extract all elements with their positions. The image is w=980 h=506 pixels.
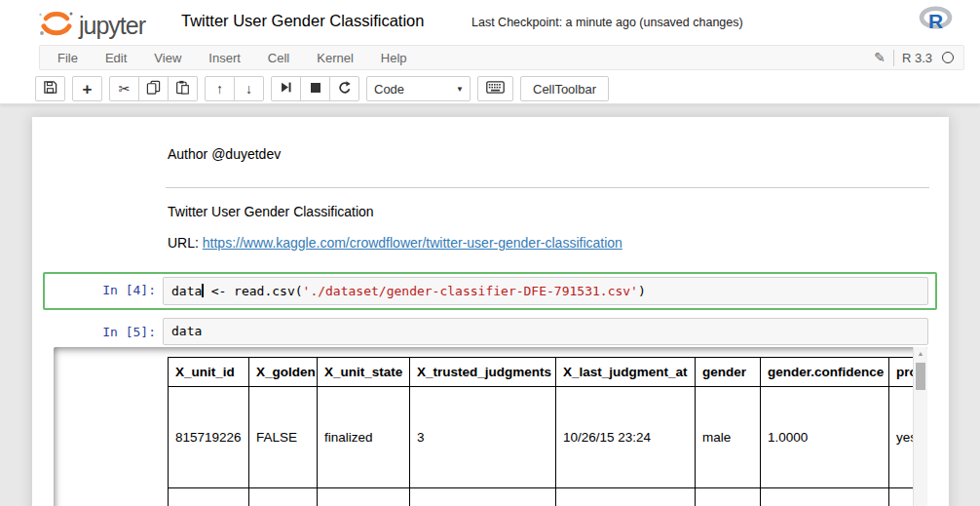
col-header: X_unit_id	[169, 358, 249, 387]
table-cell	[556, 488, 696, 506]
kernel-idle-indicator-icon	[942, 52, 954, 63]
step-forward-icon	[280, 81, 292, 97]
table-cell: 10/26/15 23:24	[556, 387, 696, 488]
menu-cell[interactable]: Cell	[258, 47, 299, 69]
stop-icon	[310, 82, 321, 97]
celltoolbar-button[interactable]: CellToolbar	[520, 76, 609, 101]
jupyter-logo-icon	[34, 6, 77, 45]
table-cell: 815719226	[169, 387, 249, 488]
edit-mode-pencil-icon: ✎	[874, 50, 886, 65]
notebook-title[interactable]: Twitter User Gender Classification	[181, 12, 424, 30]
table-cell	[169, 488, 249, 506]
toolbar: + ✂ ↑ ↓	[35, 76, 616, 101]
markdown-hr	[166, 187, 929, 188]
cell-type-value: Code	[374, 82, 404, 97]
interrupt-kernel-button[interactable]	[300, 76, 330, 101]
kernel-indicator-area: ✎ R 3.3	[874, 46, 958, 69]
menu-view[interactable]: View	[144, 47, 191, 69]
kernel-name: R 3.3	[902, 51, 932, 65]
markdown-url-cell[interactable]: URL: https://www.kaggle.com/crowdflower/…	[168, 235, 622, 251]
kaggle-link[interactable]: https://www.kaggle.com/crowdflower/twitt…	[203, 235, 622, 251]
checkpoint-status: Last Checkpoint: a minute ago (unsaved c…	[471, 16, 743, 29]
jupyter-logo-text: jupyter	[79, 12, 145, 40]
code-token-string: './dataset/gender-classifier-DFE-791531.…	[303, 284, 638, 298]
markdown-author-cell[interactable]: Author @duyetdev	[168, 146, 281, 162]
col-header: X_golden	[249, 358, 318, 387]
copy-icon	[146, 80, 161, 97]
scrollbar-thumb[interactable]	[916, 363, 925, 390]
code-token-mid: <- read.csv(	[204, 284, 303, 298]
table-cell	[761, 488, 889, 506]
table-cell	[410, 488, 556, 506]
table-cell: finalized	[318, 387, 410, 488]
insert-cell-below-button[interactable]: +	[72, 76, 102, 101]
code-input-5[interactable]: data	[163, 318, 928, 345]
menu-help[interactable]: Help	[371, 47, 417, 69]
plus-icon: +	[83, 81, 93, 97]
col-header: X_last_judgment_at	[556, 358, 696, 387]
cut-cells-button[interactable]: ✂	[109, 76, 139, 101]
move-cell-up-button[interactable]: ↑	[205, 76, 235, 101]
notebook-header: jupyter Twitter User Gender Classificati…	[0, 0, 980, 104]
save-icon	[43, 80, 57, 97]
command-palette-button[interactable]	[477, 76, 513, 101]
arrow-down-icon: ↓	[245, 82, 252, 96]
run-cell-button[interactable]	[271, 76, 301, 101]
table-cell: male	[696, 387, 761, 488]
scissors-icon: ✂	[119, 82, 131, 96]
table-row	[169, 488, 928, 506]
col-header: gender.confidence	[761, 358, 889, 387]
table-header-row: X_unit_id X_golden X_unit_state X_truste…	[169, 358, 928, 387]
dataframe-table: X_unit_id X_golden X_unit_state X_truste…	[168, 357, 927, 506]
output-scroll-area[interactable]: X_unit_id X_golden X_unit_state X_truste…	[54, 347, 927, 506]
table-row: 815719226 FALSE finalized 3 10/26/15 23:…	[169, 387, 928, 488]
table-cell: 1.0000	[761, 387, 889, 488]
arrow-up-icon: ↑	[216, 82, 223, 96]
keyboard-icon	[486, 81, 505, 97]
code-input-4[interactable]: data <- read.csv('./dataset/gender-class…	[163, 277, 928, 305]
notebook-container: Author @duyetdev Twitter User Gender Cla…	[32, 117, 949, 506]
svg-text:R: R	[928, 10, 943, 32]
menu-kernel[interactable]: Kernel	[307, 47, 363, 69]
r-kernel-logo-icon: R	[919, 6, 954, 37]
paste-cells-button[interactable]	[168, 76, 198, 101]
scroll-up-arrow-icon[interactable]: ▲	[914, 350, 927, 357]
table-cell: FALSE	[249, 387, 318, 488]
restart-kernel-button[interactable]	[329, 76, 359, 101]
col-header: X_unit_state	[318, 358, 410, 387]
copy-cells-button[interactable]	[138, 76, 169, 101]
table-cell	[318, 488, 410, 506]
code-token-end: )	[638, 284, 646, 298]
jupyter-logo[interactable]: jupyter	[34, 6, 145, 45]
code-line-5: data	[164, 319, 927, 344]
move-cell-down-button[interactable]: ↓	[234, 76, 264, 101]
divider	[893, 50, 894, 66]
menubar: File Edit View Insert Cell Kernel Help ✎…	[39, 45, 964, 70]
paste-icon	[175, 80, 190, 97]
input-prompt-5: In [5]:	[45, 325, 156, 339]
input-prompt-4: In [4]:	[45, 283, 156, 297]
menu-insert[interactable]: Insert	[199, 47, 250, 69]
menu-file[interactable]: File	[48, 47, 88, 69]
table-cell: 3	[410, 387, 556, 488]
col-header: gender	[696, 358, 761, 387]
table-cell	[249, 488, 318, 506]
markdown-title-cell[interactable]: Twitter User Gender Classification	[168, 204, 374, 219]
table-cell	[696, 488, 761, 506]
save-button[interactable]	[35, 76, 65, 101]
restart-icon	[338, 81, 352, 97]
output-scrollbar[interactable]: ▲	[913, 347, 927, 506]
code-cell-4[interactable]: In [4]: data <- read.csv('./dataset/gend…	[43, 272, 937, 310]
menu-edit[interactable]: Edit	[95, 47, 136, 69]
code-token-var: data	[171, 284, 202, 298]
col-header: X_trusted_judgments	[410, 358, 556, 387]
header-top: jupyter Twitter User Gender Classificati…	[0, 0, 980, 45]
cell-type-select[interactable]: Code	[366, 76, 471, 101]
notebook-site: Author @duyetdev Twitter User Gender Cla…	[0, 105, 980, 506]
url-label: URL:	[168, 235, 203, 251]
